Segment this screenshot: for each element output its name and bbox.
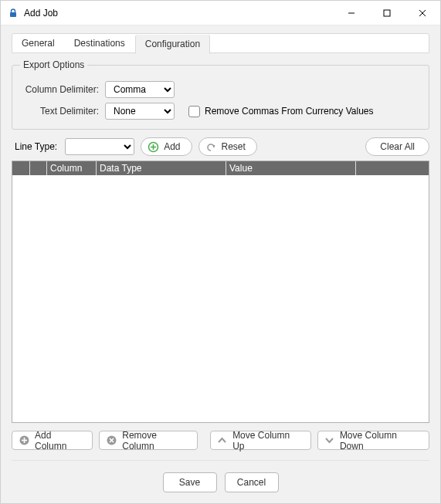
export-options-group: Export Options Column Delimiter: Comma T… [12, 59, 429, 130]
titlebar: Add Job [1, 1, 440, 25]
text-delimiter-label: Text Delimiter: [20, 106, 105, 117]
cancel-label: Cancel [237, 477, 266, 488]
column-delimiter-select[interactable]: Comma [105, 81, 175, 98]
client-area: General Destinations Configuration Expor… [1, 25, 440, 503]
svg-rect-0 [10, 12, 16, 17]
tab-destinations-label: Destinations [74, 38, 125, 49]
line-type-row: Line Type: Add [12, 137, 429, 156]
grid-header-tail[interactable] [355, 161, 429, 175]
remove-column-button[interactable]: Remove Column [99, 431, 198, 450]
undo-icon [205, 141, 217, 153]
grid-header-blank1[interactable] [12, 161, 29, 175]
clear-all-label: Clear All [380, 141, 415, 152]
tab-destinations[interactable]: Destinations [65, 34, 135, 52]
grid-body [12, 175, 429, 422]
add-button[interactable]: Add [141, 137, 192, 156]
dialog-button-bar: Save Cancel [12, 460, 429, 503]
text-delimiter-row: Text Delimiter: None Remove Commas From … [20, 103, 421, 120]
chevron-down-icon [324, 435, 335, 446]
svg-rect-2 [384, 10, 390, 16]
column-buttons-row: Add Column Remove Column [12, 431, 429, 450]
save-button[interactable]: Save [163, 472, 217, 492]
plus-circle-icon [148, 141, 159, 153]
window-title: Add Job [24, 8, 58, 19]
save-label: Save [179, 477, 200, 488]
maximize-button[interactable] [369, 1, 405, 25]
x-circle-gray-icon [106, 435, 117, 446]
grid-header: Column Data Type Value [12, 161, 429, 175]
remove-commas-checkbox[interactable] [188, 106, 200, 117]
export-options-legend: Export Options [20, 59, 87, 70]
tab-configuration-label: Configuration [145, 39, 200, 49]
remove-commas-label: Remove Commas From Currency Values [205, 106, 374, 117]
tab-general[interactable]: General [12, 34, 65, 52]
reset-button[interactable]: Reset [198, 137, 257, 156]
line-type-label: Line Type: [12, 141, 59, 152]
add-column-label: Add Column [35, 430, 83, 452]
window-controls [334, 1, 440, 25]
configuration-panel: Export Options Column Delimiter: Comma T… [12, 53, 429, 450]
reset-button-label: Reset [222, 141, 246, 152]
grid-header-value[interactable]: Value [226, 161, 355, 175]
grid-header-datatype[interactable]: Data Type [96, 161, 226, 175]
tab-general-label: General [22, 38, 55, 49]
window: Add Job General Destinations Configurati… [0, 0, 441, 504]
column-delimiter-label: Column Delimiter: [20, 84, 105, 95]
clear-all-button[interactable]: Clear All [365, 137, 429, 156]
grid-header-blank2[interactable] [29, 161, 46, 175]
add-column-button[interactable]: Add Column [12, 431, 93, 450]
remove-commas-checkbox-wrap[interactable]: Remove Commas From Currency Values [188, 106, 374, 117]
tab-configuration[interactable]: Configuration [135, 35, 210, 54]
chevron-up-icon [217, 435, 228, 446]
lock-icon [7, 7, 19, 19]
plus-circle-gray-icon [19, 435, 30, 446]
add-button-label: Add [164, 141, 180, 152]
remove-column-label: Remove Column [122, 430, 188, 452]
tab-bar: General Destinations Configuration [12, 33, 429, 53]
move-up-label: Move Column Up [232, 430, 300, 452]
minimize-button[interactable] [334, 1, 369, 25]
move-column-up-button[interactable]: Move Column Up [210, 431, 311, 450]
move-column-down-button[interactable]: Move Column Down [317, 431, 429, 450]
grid-header-column[interactable]: Column [46, 161, 96, 175]
column-grid[interactable]: Column Data Type Value [12, 161, 429, 423]
svg-marker-8 [212, 145, 215, 148]
column-delimiter-row: Column Delimiter: Comma [20, 81, 421, 98]
text-delimiter-select[interactable]: None [105, 103, 175, 120]
move-down-label: Move Column Down [340, 430, 419, 452]
cancel-button[interactable]: Cancel [225, 472, 279, 492]
close-button[interactable] [405, 1, 440, 25]
line-type-select[interactable] [65, 138, 134, 155]
